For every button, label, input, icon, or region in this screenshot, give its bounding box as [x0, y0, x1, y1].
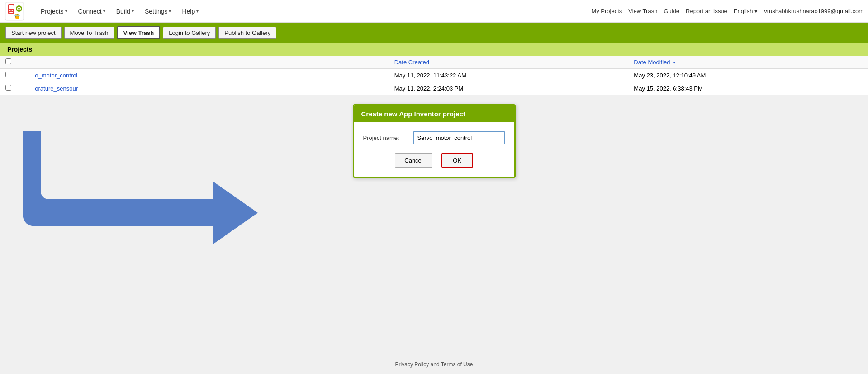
svg-point-4 — [9, 10, 11, 11]
language-selector[interactable]: English ▾ — [734, 8, 758, 14]
create-project-dialog: Create new App Inventor project Project … — [353, 104, 516, 178]
dialog-backdrop: Create new App Inventor project Project … — [0, 95, 868, 355]
nav-build[interactable]: Build ▾ — [112, 5, 138, 18]
col-header-name — [29, 56, 389, 69]
report-issue-link[interactable]: Report an Issue — [686, 8, 727, 14]
logo-area — [5, 1, 26, 21]
svg-point-13 — [17, 14, 20, 16]
svg-point-9 — [18, 8, 20, 10]
sort-desc-icon: ▼ — [672, 60, 676, 65]
table-row: o_motor_control May 11, 2022, 11:43:22 A… — [0, 69, 868, 82]
projects-caret-icon: ▾ — [65, 9, 67, 14]
col-header-created[interactable]: Date Created — [389, 56, 629, 69]
view-trash-button[interactable]: View Trash — [117, 26, 161, 39]
top-navbar: Projects ▾ Connect ▾ Build ▾ Settings ▾ … — [0, 0, 868, 23]
projects-header: Projects — [0, 43, 868, 56]
col-header-check — [0, 56, 29, 69]
row-check-2 — [0, 82, 29, 95]
start-new-project-button[interactable]: Start new project — [5, 27, 62, 39]
svg-point-12 — [14, 14, 17, 16]
col-header-modified[interactable]: Date Modified ▼ — [628, 56, 868, 69]
user-email-link[interactable]: vrushabhkrushnarao1999@gmail.com — [764, 8, 863, 14]
toolbar: Start new project Move To Trash View Tra… — [0, 23, 868, 43]
publish-to-gallery-button[interactable]: Publish to Gallery — [218, 27, 276, 39]
view-trash-link[interactable]: View Trash — [628, 8, 657, 14]
projects-area: Projects Date Created Date Modified ▼ — [0, 43, 868, 95]
help-caret-icon: ▾ — [196, 9, 199, 14]
footer: Privacy Policy and Terms of Use — [0, 355, 868, 374]
dialog-title: Create new App Inventor project — [354, 105, 514, 122]
connect-caret-icon: ▾ — [103, 9, 105, 14]
project-name-input[interactable] — [413, 131, 505, 144]
svg-rect-6 — [9, 12, 13, 13]
svg-rect-3 — [9, 5, 14, 9]
nav-left: Projects ▾ Connect ▾ Build ▾ Settings ▾ … — [5, 1, 203, 21]
row-check-1 — [0, 69, 29, 82]
settings-caret-icon: ▾ — [169, 9, 171, 14]
project-name-1[interactable]: o_motor_control — [29, 69, 389, 82]
nav-help[interactable]: Help ▾ — [177, 5, 203, 18]
dialog-buttons: Cancel OK — [363, 153, 505, 168]
nav-right: My Projects View Trash Guide Report an I… — [591, 8, 863, 14]
login-to-gallery-button[interactable]: Login to Gallery — [163, 27, 216, 39]
svg-point-5 — [12, 10, 13, 11]
project-name-label: Project name: — [363, 134, 413, 141]
select-all-checkbox[interactable] — [5, 58, 11, 64]
project-name-2[interactable]: orature_sensour — [29, 82, 389, 95]
nav-projects[interactable]: Projects ▾ — [36, 5, 72, 18]
guide-link[interactable]: Guide — [664, 8, 679, 14]
app-inventor-logo — [5, 1, 24, 21]
nav-connect[interactable]: Connect ▾ — [74, 5, 110, 18]
main-content: Create new App Inventor project Project … — [0, 95, 868, 355]
project-created-1: May 11, 2022, 11:43:22 AM — [389, 69, 629, 82]
nav-settings[interactable]: Settings ▾ — [140, 5, 176, 18]
dialog-input-row: Project name: — [363, 131, 505, 144]
build-caret-icon: ▾ — [132, 9, 134, 14]
ok-button[interactable]: OK — [441, 153, 473, 168]
row-checkbox-1[interactable] — [5, 72, 11, 77]
table-row: orature_sensour May 11, 2022, 2:24:03 PM… — [0, 82, 868, 95]
my-projects-link[interactable]: My Projects — [591, 8, 622, 14]
projects-table: Date Created Date Modified ▼ o_motor_con… — [0, 56, 868, 95]
cancel-button[interactable]: Cancel — [395, 153, 432, 168]
row-checkbox-2[interactable] — [5, 85, 11, 91]
nav-menu: Projects ▾ Connect ▾ Build ▾ Settings ▾ … — [36, 5, 203, 18]
project-created-2: May 11, 2022, 2:24:03 PM — [389, 82, 629, 95]
project-modified-1: May 23, 2022, 12:10:49 AM — [628, 69, 868, 82]
privacy-policy-link[interactable]: Privacy Policy and Terms of Use — [395, 361, 473, 368]
language-caret-icon: ▾ — [754, 8, 758, 14]
project-modified-2: May 15, 2022, 6:38:43 PM — [628, 82, 868, 95]
move-to-trash-button[interactable]: Move To Trash — [64, 27, 114, 39]
